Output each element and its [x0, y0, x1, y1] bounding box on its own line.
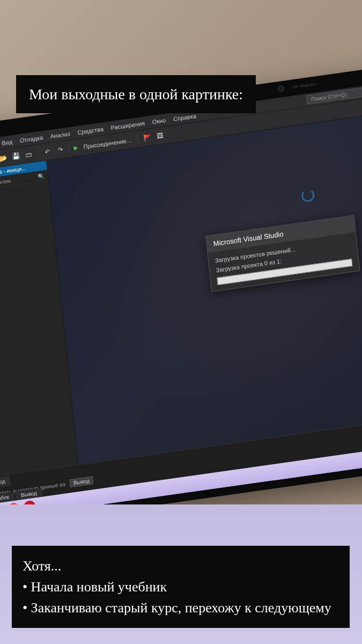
open-icon[interactable]: 📂: [0, 152, 9, 163]
menu-help[interactable]: Справка: [173, 112, 196, 122]
save-all-icon[interactable]: 🗃: [24, 149, 34, 159]
loading-dialog: Microsoft Visual Studio Загрузка проекто…: [205, 215, 360, 292]
caption-text: Мои выходные в одной картинке:: [29, 86, 243, 103]
redo-icon[interactable]: ↷: [55, 144, 65, 155]
menu-debug[interactable]: Отладка: [19, 134, 43, 143]
save-icon[interactable]: 💾: [11, 151, 21, 162]
menu-view[interactable]: Вид: [2, 138, 13, 146]
divider: [37, 148, 39, 158]
flag-icon[interactable]: 🚩: [142, 132, 153, 143]
picture-icon[interactable]: 🖼: [154, 130, 165, 141]
divider: [69, 143, 70, 154]
menu-analyze[interactable]: Анализ: [50, 130, 70, 139]
caption-line-1: Хотя...: [23, 555, 339, 576]
menu-window[interactable]: Окно: [152, 116, 166, 125]
caption-line-2: • Начала новый учебник: [23, 576, 339, 597]
undo-icon[interactable]: ↶: [42, 146, 53, 157]
divider: [137, 134, 139, 144]
caption-line-3: • Заканчиваю старый курс, перехожу к сле…: [23, 597, 339, 618]
menu-extensions[interactable]: Расширения: [110, 120, 145, 131]
laptop: HP Webcam Файл Правка Вид Отладка Анализ…: [0, 66, 362, 530]
laptop-bezel: HP Webcam Файл Правка Вид Отладка Анализ…: [0, 66, 362, 530]
screen: Файл Правка Вид Отладка Анализ Средства …: [0, 83, 362, 521]
menu-tools[interactable]: Средства: [77, 126, 104, 136]
search-icon[interactable]: 🔍: [38, 173, 45, 180]
loading-spinner-icon: [301, 188, 315, 203]
attach-button[interactable]: Присоединение...: [81, 136, 134, 150]
toolbox-search-input[interactable]: Поиск по панели элем: [0, 174, 39, 192]
webcam-label: HP Webcam: [292, 82, 316, 90]
story-top-caption: Мои выходные в одной картинке:: [16, 75, 256, 113]
story-bottom-caption: Хотя... • Начала новый учебник • Заканчи…: [12, 546, 350, 628]
webcam-icon: [278, 85, 285, 92]
play-icon[interactable]: ▶: [73, 144, 78, 151]
output-source-dropdown[interactable]: Вывод: [69, 476, 93, 487]
editor-area: Microsoft Visual Studio Загрузка проекто…: [47, 113, 362, 478]
